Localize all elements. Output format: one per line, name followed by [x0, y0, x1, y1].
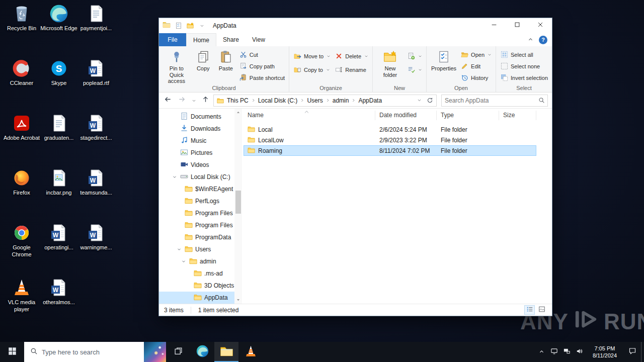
taskbar-clock[interactable]: 7:05 PM 8/11/2024 — [586, 345, 624, 359]
desktop-icon-firefox[interactable]: Firefox — [3, 167, 40, 197]
column-header-type[interactable]: Type — [437, 111, 499, 120]
maximize-button[interactable] — [506, 18, 529, 33]
taskbar-edge-button[interactable] — [190, 342, 214, 362]
tab-share[interactable]: Share — [216, 33, 246, 46]
desktop-icon-poplead-rtf[interactable]: Wpoplead.rtf — [77, 58, 115, 87]
nav-item-winreagent[interactable]: $WinREAgent — [159, 183, 234, 195]
breadcrumb[interactable]: This PCLocal Disk (C:)UsersadminAppData — [213, 95, 437, 107]
taskbar-explorer-button[interactable] — [214, 342, 238, 362]
move-to-button[interactable]: Move to — [292, 52, 332, 61]
desktop-icon-stagedirect[interactable]: Wstagedirect... — [77, 113, 115, 142]
select-all-button[interactable]: Select all — [499, 50, 549, 59]
expand-chevron-icon[interactable] — [180, 259, 187, 264]
search-box[interactable] — [441, 95, 548, 107]
desktop-icon-google-chrome[interactable]: Google Chrome — [3, 222, 40, 258]
delete-button[interactable]: Delete — [334, 52, 370, 61]
file-row-local[interactable]: Local2/6/2024 5:24 PMFile folder — [244, 124, 536, 135]
action-center-button[interactable] — [624, 342, 641, 362]
start-button[interactable] — [0, 342, 24, 362]
easy-access-button[interactable] — [406, 65, 424, 74]
qat-new-folder-button[interactable] — [186, 21, 195, 30]
breadcrumb-segment-this-pc[interactable]: This PC — [224, 97, 251, 104]
desktop-icon-adobe-acrobat[interactable]: Adobe Acrobat — [3, 113, 40, 142]
breadcrumb-separator-icon[interactable] — [300, 98, 304, 103]
desktop-icon-teamsunda[interactable]: Wteamsunda... — [77, 167, 115, 197]
nav-item-videos[interactable]: Videos — [159, 159, 234, 171]
paste-shortcut-button[interactable]: Paste shortcut — [238, 73, 286, 82]
nav-item-downloads[interactable]: Downloads — [159, 123, 234, 135]
nav-item-program-files[interactable]: Program Files — [159, 207, 234, 219]
nav-item-pictures[interactable]: Pictures — [159, 147, 234, 159]
nav-item-music[interactable]: Music — [159, 135, 234, 147]
nav-item-program-files[interactable]: Program Files — [159, 219, 234, 231]
pin-to-quick-access-button[interactable]: Pin to Quick access — [162, 48, 191, 86]
open-button[interactable]: Open — [459, 50, 493, 59]
help-button[interactable]: ? — [539, 36, 547, 44]
column-header-date-modified[interactable]: Date modified — [375, 111, 437, 120]
properties-button[interactable]: Properties — [430, 48, 458, 73]
desktop-icon-operatingi[interactable]: Woperatingi... — [40, 222, 77, 251]
nav-item-admin[interactable]: admin — [159, 255, 234, 267]
nav-item-documents[interactable]: Documents — [159, 111, 234, 123]
nav-item-perflogs[interactable]: PerfLogs — [159, 195, 234, 207]
cut-button[interactable]: Cut — [238, 50, 286, 59]
show-hidden-icons-button[interactable] — [535, 342, 548, 362]
desktop-icon-recycle-bin[interactable]: Recycle Bin — [3, 3, 40, 32]
nav-item-local-disk-c[interactable]: Local Disk (C:) — [159, 171, 234, 183]
history-button[interactable]: History — [459, 73, 493, 82]
details-view-button[interactable] — [524, 305, 535, 315]
desktop-icon-incbar-png[interactable]: incbar.png — [40, 167, 77, 197]
refresh-button[interactable] — [425, 95, 435, 106]
copy-path-button[interactable]: Copy path — [238, 62, 286, 71]
breadcrumb-segment-users[interactable]: Users — [304, 97, 325, 104]
show-desktop-button[interactable] — [641, 342, 644, 362]
scroll-up-arrow[interactable] — [234, 109, 242, 116]
breadcrumb-separator-icon[interactable] — [351, 98, 356, 103]
tab-home[interactable]: Home — [186, 33, 216, 46]
file-row-roaming[interactable]: Roaming8/11/2024 7:02 PMFile fol­der — [244, 145, 536, 156]
breadcrumb-segment-appdata[interactable]: AppData — [356, 97, 384, 104]
new-folder-button[interactable]: New folder — [376, 48, 405, 79]
breadcrumb-segment-local-disk-c[interactable]: Local Disk (C:) — [256, 97, 300, 104]
tray-network-button[interactable] — [560, 342, 573, 362]
search-highlight-thumbnail[interactable] — [144, 342, 166, 362]
nav-item-ms-ad[interactable]: .ms-ad — [159, 267, 234, 280]
up-button[interactable] — [199, 94, 212, 107]
scroll-down-arrow[interactable] — [234, 296, 242, 304]
expand-chevron-icon[interactable] — [171, 174, 178, 179]
taskbar-vlc-button[interactable] — [238, 342, 263, 362]
desktop-icon-microsoft-edge[interactable]: Microsoft Edge — [40, 3, 77, 32]
file-menu-button[interactable]: File — [159, 33, 186, 46]
minimize-button[interactable] — [482, 18, 506, 33]
recent-locations-button[interactable] — [190, 94, 198, 107]
nav-item-appdata[interactable]: AppData — [159, 292, 234, 304]
qat-customize-button[interactable] — [197, 21, 206, 30]
back-button[interactable] — [162, 94, 174, 107]
desktop-icon-vlc-media-player[interactable]: VLC media player — [3, 277, 40, 313]
scrollbar-thumb[interactable] — [235, 191, 241, 214]
nav-item-users[interactable]: Users — [159, 243, 234, 255]
copy-to-button[interactable]: Copy to — [292, 65, 332, 74]
breadcrumb-segment-admin[interactable]: admin — [330, 97, 352, 104]
address-dropdown-button[interactable] — [414, 95, 424, 106]
file-row-locallow[interactable]: LocalLow2/9/2023 3:22 PMFile folder — [244, 135, 536, 145]
nav-item-3d-objects[interactable]: 3D Objects — [159, 280, 234, 292]
breadcrumb-separator-icon[interactable] — [251, 98, 256, 103]
edit-button[interactable]: Edit — [459, 62, 493, 71]
paste-button[interactable]: Paste — [215, 48, 236, 73]
select-none-button[interactable]: Select none — [499, 62, 549, 71]
column-header-size[interactable]: Size — [499, 111, 536, 120]
taskbar-search[interactable]: Type here to search — [24, 342, 166, 362]
close-button[interactable] — [529, 18, 552, 33]
collapse-ribbon-button[interactable] — [528, 35, 533, 44]
new-item-button[interactable] — [406, 52, 424, 61]
desktop-icon-skype[interactable]: SSkype — [40, 58, 77, 87]
desktop-icon-graduaten[interactable]: graduaten... — [40, 113, 77, 142]
qat-properties-button[interactable] — [174, 21, 183, 30]
large-icons-view-button[interactable] — [536, 305, 547, 315]
nav-item-programdata[interactable]: ProgramData — [159, 231, 234, 243]
navigation-scrollbar[interactable] — [234, 109, 242, 304]
desktop-icon-paymentjoi[interactable]: paymentjoi... — [77, 3, 115, 32]
tray-volume-button[interactable] — [573, 342, 586, 362]
column-header-name[interactable]: Name — [244, 111, 375, 120]
